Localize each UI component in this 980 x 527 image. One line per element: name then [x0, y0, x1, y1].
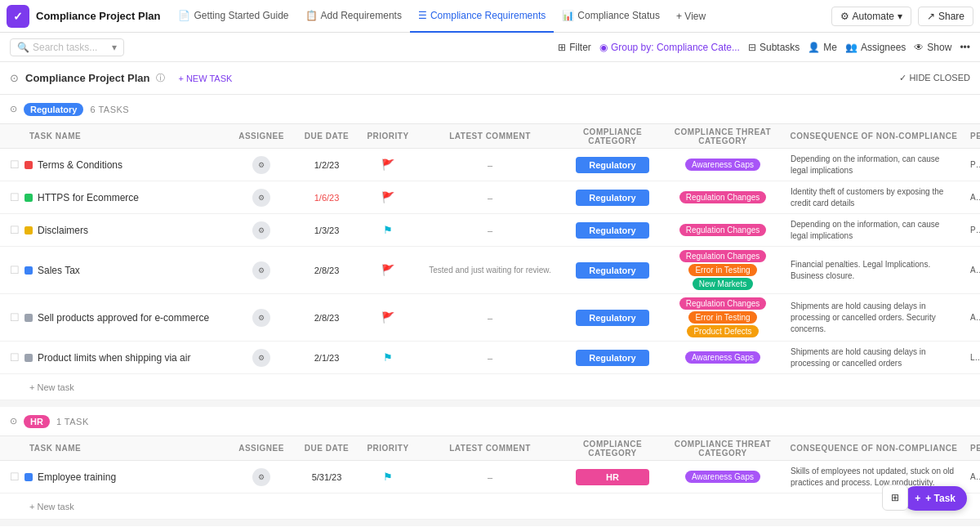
- col-header-compliance-category: COMPLIANCE CATEGORY: [564, 127, 662, 145]
- new-task-link-hr[interactable]: + New task: [10, 502, 74, 511]
- task-perform: Low to none returns via air constraint..…: [964, 349, 980, 367]
- threat-badge: Product Defects: [687, 325, 758, 337]
- table-row: ☐ Sales Tax ⚙ 2/8/23 🚩 Tested and just w…: [0, 247, 980, 294]
- tab-getting-started[interactable]: 📄 Getting Started Guide: [170, 0, 296, 33]
- task-perform: All product categori...: [964, 309, 980, 327]
- automate-chevron-icon: ▾: [898, 11, 902, 22]
- task-assignee[interactable]: ⚙: [229, 189, 294, 207]
- task-color-dot: [24, 266, 33, 275]
- task-consequence: Depending on the information, can cause …: [784, 150, 964, 180]
- add-task-floating-button[interactable]: + + Task: [903, 486, 967, 511]
- task-name-text[interactable]: Sales Tax: [38, 265, 80, 276]
- task-assignee[interactable]: ⚙: [229, 309, 294, 327]
- hide-closed-button[interactable]: ✓ HIDE CLOSED: [899, 73, 970, 83]
- main-content: ⊙ Compliance Project Plan ⓘ + NEW TASK ✓…: [0, 62, 980, 527]
- search-box[interactable]: 🔍 Search tasks... ▾: [10, 38, 124, 56]
- group-toggle-hr[interactable]: ⊙: [10, 416, 17, 427]
- more-options-button[interactable]: •••: [960, 42, 970, 53]
- priority-flag-icon: ⚑: [383, 351, 393, 364]
- priority-flag-icon: 🚩: [381, 264, 394, 276]
- group-by-button[interactable]: ◉ Group by: Compliance Cate...: [599, 42, 740, 53]
- priority-flag-icon: 🚩: [381, 191, 394, 203]
- task-name-text[interactable]: Terms & Conditions: [38, 159, 122, 171]
- col-header-perform: PERFORM: [964, 132, 980, 141]
- show-button[interactable]: 👁 Show: [914, 42, 951, 53]
- add-view-button[interactable]: + View: [668, 0, 714, 33]
- task-color-dot: [24, 473, 33, 481]
- task-perform: At least once a year...: [964, 468, 980, 486]
- task-name-cell: ☐ Employee training: [0, 466, 229, 488]
- task-name-text[interactable]: Product limits when shipping via air: [38, 352, 190, 364]
- task-due-date: 2/8/23: [294, 313, 359, 323]
- task-assignee[interactable]: ⚙: [229, 349, 294, 367]
- task-latest-comment: –: [416, 226, 564, 235]
- task-priority[interactable]: ⚑: [359, 471, 416, 483]
- task-checkbox[interactable]: ☐: [10, 351, 20, 364]
- task-assignee[interactable]: ⚙: [229, 468, 294, 486]
- assignees-button[interactable]: 👥 Assignees: [845, 42, 906, 53]
- group-separator-hr: [0, 400, 980, 407]
- project-header: ⊙ Compliance Project Plan ⓘ + NEW TASK ✓…: [0, 62, 980, 95]
- tab-compliance-requirements[interactable]: ☰ Compliance Requirements: [410, 0, 554, 33]
- task-name-text[interactable]: Disclaimers: [38, 225, 88, 236]
- task-name-text[interactable]: HTTPS for Ecommerce: [38, 192, 139, 203]
- col-header-task-name: TASK NAME: [0, 132, 229, 141]
- task-priority[interactable]: ⚑: [359, 351, 416, 364]
- group-badge-regulatory: Regulatory: [24, 103, 83, 116]
- grid-view-button[interactable]: ⊞: [882, 485, 908, 511]
- task-consequence: Depending on the information, can cause …: [784, 216, 964, 245]
- column-headers-regulatory: TASK NAME ASSIGNEE DUE DATE PRIORITY LAT…: [0, 124, 980, 149]
- task-assignee[interactable]: ⚙: [229, 221, 294, 239]
- column-headers-hr: TASK NAME ASSIGNEE DUE DATE PRIORITY LAT…: [0, 436, 980, 461]
- add-req-icon: 📋: [305, 10, 318, 21]
- task-priority[interactable]: 🚩: [359, 159, 416, 171]
- task-compliance-category: Regulatory: [564, 306, 662, 329]
- table-row: ☐ HTTPS for Ecommerce ⚙ 1/6/23 🚩 – Regul…: [0, 181, 980, 214]
- me-button[interactable]: 👤 Me: [808, 42, 837, 53]
- new-task-row-hr: + New task: [0, 494, 980, 520]
- priority-flag-icon: 🚩: [381, 311, 394, 324]
- share-button[interactable]: ↗ Share: [918, 7, 973, 26]
- col-header-priority: PRIORITY: [359, 444, 416, 453]
- task-name-text[interactable]: Sell products approved for e-commerce: [38, 312, 209, 324]
- avatar: ⚙: [252, 189, 270, 207]
- new-task-button[interactable]: + NEW TASK: [178, 74, 232, 83]
- info-icon[interactable]: ⓘ: [156, 72, 165, 84]
- filter-icon: ⊞: [558, 42, 566, 53]
- task-color-dot: [24, 354, 33, 362]
- task-assignee[interactable]: ⚙: [229, 156, 294, 174]
- task-name-text[interactable]: Employee training: [38, 471, 116, 483]
- task-checkbox[interactable]: ☐: [10, 224, 20, 236]
- avatar: ⚙: [252, 468, 270, 486]
- task-latest-comment: –: [416, 160, 564, 170]
- task-priority[interactable]: 🚩: [359, 311, 416, 324]
- filter-button[interactable]: ⊞ Filter: [558, 42, 591, 53]
- task-name-cell: ☐ HTTPS for Ecommerce: [0, 186, 229, 208]
- task-assignee[interactable]: ⚙: [229, 261, 294, 279]
- task-priority[interactable]: ⚑: [359, 224, 416, 236]
- tab-compliance-status[interactable]: 📊 Compliance Status: [554, 0, 668, 33]
- project-header-title: Compliance Project Plan: [25, 72, 149, 84]
- task-due-date: 1/3/23: [294, 226, 359, 235]
- task-checkbox[interactable]: ☐: [10, 471, 20, 483]
- task-checkbox[interactable]: ☐: [10, 159, 20, 171]
- group-toggle-regulatory[interactable]: ⊙: [10, 104, 17, 114]
- threat-badge: Regulation Changes: [679, 250, 767, 262]
- task-checkbox[interactable]: ☐: [10, 191, 20, 203]
- task-color-dot: [24, 226, 33, 234]
- collapse-icon[interactable]: ⊙: [10, 72, 19, 84]
- automate-button[interactable]: ⚙ Automate ▾: [831, 7, 911, 26]
- task-checkbox[interactable]: ☐: [10, 264, 20, 276]
- group-by-icon: ◉: [599, 42, 608, 53]
- subtasks-button[interactable]: ⊟ Subtasks: [748, 42, 800, 53]
- new-task-link-regulatory[interactable]: + New task: [10, 382, 74, 392]
- priority-flag-icon: ⚑: [383, 471, 393, 483]
- share-icon: ↗: [927, 11, 935, 22]
- task-priority[interactable]: 🚩: [359, 191, 416, 203]
- col-header-perform: PERFORM: [964, 444, 980, 453]
- task-priority[interactable]: 🚩: [359, 264, 416, 276]
- task-checkbox[interactable]: ☐: [10, 311, 20, 324]
- tab-add-requirements[interactable]: 📋 Add Requirements: [297, 0, 410, 33]
- group-header-hr: ⊙ HR 1 TASK: [0, 407, 980, 436]
- threat-badge: Regulation Changes: [679, 191, 767, 203]
